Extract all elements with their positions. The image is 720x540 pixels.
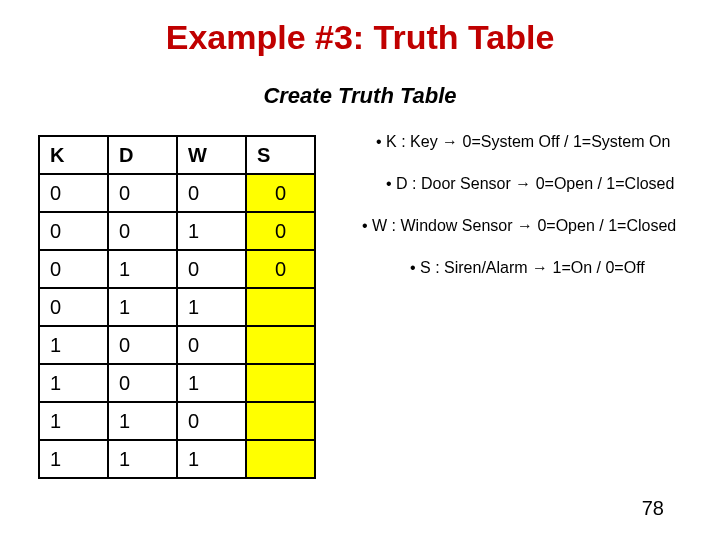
legend-item-d: • D : Door Sensor → 0=Open / 1=Closed [386, 175, 676, 193]
cell-w: 0 [177, 174, 246, 212]
cell-w: 0 [177, 402, 246, 440]
table-header-row: K D W S [39, 136, 315, 174]
legend-text: S : Siren/Alarm → 1=On / 0=Off [420, 259, 645, 276]
cell-k: 1 [39, 402, 108, 440]
truth-table: K D W S 0 0 0 0 0 0 1 0 0 1 0 0 0 1 1 [38, 135, 316, 479]
cell-k: 1 [39, 364, 108, 402]
cell-d: 1 [108, 440, 177, 478]
cell-d: 1 [108, 250, 177, 288]
cell-d: 0 [108, 174, 177, 212]
cell-w: 1 [177, 212, 246, 250]
cell-w: 1 [177, 288, 246, 326]
col-header-k: K [39, 136, 108, 174]
page-number: 78 [642, 497, 664, 520]
table-row: 0 0 1 0 [39, 212, 315, 250]
table-row: 1 0 1 [39, 364, 315, 402]
cell-w: 1 [177, 364, 246, 402]
legend-text: D : Door Sensor → 0=Open / 1=Closed [396, 175, 674, 192]
slide-subtitle: Create Truth Table [0, 83, 720, 109]
cell-s [246, 326, 315, 364]
table-row: 0 0 0 0 [39, 174, 315, 212]
table-row: 1 1 0 [39, 402, 315, 440]
legend: • K : Key → 0=System Off / 1=System On •… [346, 133, 676, 301]
content-area: K D W S 0 0 0 0 0 0 1 0 0 1 0 0 0 1 1 [0, 135, 720, 479]
cell-w: 0 [177, 326, 246, 364]
cell-d: 0 [108, 364, 177, 402]
col-header-d: D [108, 136, 177, 174]
table-row: 0 1 0 0 [39, 250, 315, 288]
legend-text: K : Key → 0=System Off / 1=System On [386, 133, 670, 150]
legend-item-w: • W : Window Sensor → 0=Open / 1=Closed [362, 217, 676, 235]
table-row: 1 0 0 [39, 326, 315, 364]
cell-k: 0 [39, 288, 108, 326]
cell-s [246, 402, 315, 440]
table-row: 1 1 1 [39, 440, 315, 478]
cell-s: 0 [246, 212, 315, 250]
cell-k: 1 [39, 326, 108, 364]
cell-s: 0 [246, 250, 315, 288]
cell-d: 0 [108, 326, 177, 364]
slide-title: Example #3: Truth Table [0, 0, 720, 57]
cell-d: 1 [108, 288, 177, 326]
cell-k: 1 [39, 440, 108, 478]
cell-w: 1 [177, 440, 246, 478]
cell-d: 1 [108, 402, 177, 440]
cell-w: 0 [177, 250, 246, 288]
legend-text: W : Window Sensor → 0=Open / 1=Closed [372, 217, 676, 234]
cell-d: 0 [108, 212, 177, 250]
cell-s: 0 [246, 174, 315, 212]
cell-k: 0 [39, 250, 108, 288]
cell-s [246, 364, 315, 402]
cell-k: 0 [39, 212, 108, 250]
cell-s [246, 440, 315, 478]
table-row: 0 1 1 [39, 288, 315, 326]
cell-k: 0 [39, 174, 108, 212]
col-header-s: S [246, 136, 315, 174]
col-header-w: W [177, 136, 246, 174]
legend-item-k: • K : Key → 0=System Off / 1=System On [376, 133, 676, 151]
legend-item-s: • S : Siren/Alarm → 1=On / 0=Off [410, 259, 676, 277]
cell-s [246, 288, 315, 326]
